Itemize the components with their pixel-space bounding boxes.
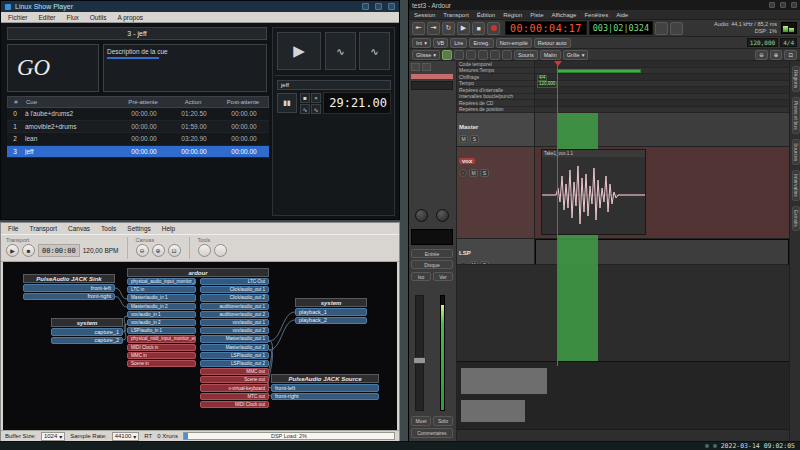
menu-tools[interactable]: Tools: [101, 225, 116, 232]
port-capture-1[interactable]: capture_1: [51, 328, 123, 336]
track-lane-vox[interactable]: Take1_vox.1.1: [535, 147, 789, 239]
goto-end-button[interactable]: ⇥: [427, 22, 440, 35]
maximize-button[interactable]: [780, 2, 786, 8]
port-front-left[interactable]: front-left: [271, 384, 379, 392]
transport-stop-button[interactable]: ■: [22, 244, 35, 257]
trim-knob[interactable]: [415, 209, 428, 222]
solo-button[interactable]: S: [480, 261, 489, 265]
cue-row[interactable]: 2 lean 00:00.00 03:20.90 00:00.00: [7, 133, 269, 146]
menu-edition[interactable]: Édition: [477, 12, 495, 18]
menu-editer[interactable]: Editer: [39, 14, 56, 21]
port-out-midi[interactable]: Scene out: [200, 376, 269, 383]
taskbar-clock[interactable]: 2022-03-14 09:02:05: [721, 442, 795, 450]
port-out[interactable]: Master/audio_out 1: [200, 335, 269, 342]
stop-button[interactable]: ■: [472, 22, 485, 35]
punch-out-button[interactable]: [670, 22, 683, 35]
go-button[interactable]: GO: [7, 44, 99, 92]
port-in[interactable]: LSP/audio_in 1: [127, 327, 196, 334]
tool-button-2[interactable]: [214, 244, 227, 257]
strip-next-button[interactable]: [422, 63, 431, 71]
port-in[interactable]: Master/audio_in 2: [127, 303, 196, 310]
zoom-in-button[interactable]: ⊕: [770, 50, 783, 60]
ruler-lanes[interactable]: 4/4 120,000: [535, 61, 789, 113]
strip-prev-button[interactable]: [411, 63, 420, 71]
taskbar[interactable]: 2022-03-14 09:02:05: [0, 441, 800, 450]
layer-mode-select[interactable]: Non-empilé: [496, 38, 532, 48]
port-out[interactable]: vox/audio_out 1: [200, 319, 269, 326]
fader-track[interactable]: [415, 295, 424, 411]
summary-panel[interactable]: [457, 361, 789, 429]
node-title[interactable]: system: [295, 298, 367, 307]
edit-mode-select[interactable]: Glisse▾: [412, 50, 440, 60]
port-out-midi[interactable]: MTC out: [200, 393, 269, 400]
mute-button[interactable]: M: [469, 261, 478, 265]
sample-rate-select[interactable]: 44100▾: [112, 432, 140, 441]
record-arm-button[interactable]: [459, 169, 467, 177]
smart-mode-button[interactable]: Malin: [540, 50, 561, 60]
solo-isolate-button[interactable]: Iso: [411, 272, 431, 281]
transport-play-button[interactable]: ▶: [6, 244, 19, 257]
pause-button[interactable]: ▮▮: [277, 93, 297, 113]
port-out[interactable]: LSP/audio_out 2: [200, 360, 269, 367]
tool-range[interactable]: [454, 50, 464, 60]
fader-handle[interactable]: [413, 357, 426, 364]
mute-button[interactable]: M: [459, 135, 468, 143]
menu-fichier[interactable]: Fichier: [8, 14, 28, 21]
port-in[interactable]: physical_audio_input_monitor_enable: [127, 278, 196, 285]
ardour-titlebar[interactable]: test3 - Ardour: [409, 0, 800, 10]
fade-in-button[interactable]: ∿: [325, 32, 356, 70]
tool-stretch[interactable]: [478, 50, 488, 60]
xruns-count[interactable]: 0 Xruns: [157, 433, 178, 439]
cue-row-selected[interactable]: 3 jeff 00:00.00 00:00.00 00:00.00: [7, 146, 269, 159]
port-in[interactable]: vox/audio_in 1: [127, 311, 196, 318]
vb-toggle[interactable]: VB: [433, 38, 448, 48]
meter-display[interactable]: 4/4: [780, 38, 797, 47]
port-out[interactable]: auditioner/audio_out 2: [200, 311, 269, 318]
cue-row[interactable]: 1 amovible2+drums 00:00.00 01:59.00 00:0…: [7, 121, 269, 134]
node-title[interactable]: system: [51, 318, 123, 327]
track-name[interactable]: vox: [459, 158, 475, 164]
track-header-vox[interactable]: vox M S: [457, 147, 535, 239]
cue-description-box[interactable]: Description de la cue: [103, 44, 267, 92]
port-front-left[interactable]: front-left: [23, 284, 115, 292]
play-button[interactable]: ▶: [277, 32, 321, 70]
menu-affichage[interactable]: Affichage: [552, 12, 577, 18]
zoom-fit-button[interactable]: ⊡: [784, 50, 797, 60]
range-selection-bar[interactable]: [557, 69, 641, 73]
patchbay-canvas[interactable]: PulseAudio JACK Sink front-left front-ri…: [3, 262, 397, 432]
solo-lock-button[interactable]: Ver: [433, 272, 453, 281]
strip-name-plate[interactable]: [411, 81, 453, 90]
interrupt-button[interactable]: ×: [311, 93, 321, 103]
close-button[interactable]: [791, 2, 797, 8]
fade-in-mini-button[interactable]: ∿: [300, 104, 310, 114]
port-out[interactable]: Click/audio_out 2: [200, 294, 269, 301]
stop-button[interactable]: ■: [300, 93, 310, 103]
menu-help[interactable]: Help: [162, 225, 175, 232]
track-header-master[interactable]: Master M S: [457, 113, 535, 147]
track-name[interactable]: Master: [459, 124, 478, 130]
port-out[interactable]: Master/audio_out 2: [200, 344, 269, 351]
menu-aide[interactable]: Aide: [616, 12, 628, 18]
record-arm-button[interactable]: [459, 261, 467, 265]
port-capture-2[interactable]: capture_2: [51, 337, 123, 345]
close-button[interactable]: [388, 3, 395, 10]
buffer-size-select[interactable]: 1024▾: [41, 432, 65, 441]
mute-button[interactable]: Muet: [411, 416, 431, 426]
monitor-input-button[interactable]: Entrée: [411, 249, 453, 258]
menu-a-propos[interactable]: A propos: [117, 14, 143, 21]
minimize-button[interactable]: [769, 2, 775, 8]
node-system-capture[interactable]: system capture_1 capture_2: [51, 318, 123, 344]
port-front-right[interactable]: front-right: [271, 393, 379, 401]
menu-session[interactable]: Session: [414, 12, 435, 18]
tab-clips[interactable]: Extraits: [792, 206, 800, 231]
monitor-disk-button[interactable]: Disque: [411, 260, 453, 269]
port-out[interactable]: vox/audio_out 2: [200, 327, 269, 334]
tool-draw[interactable]: [502, 50, 512, 60]
port-playback-1[interactable]: playback_1: [295, 308, 367, 316]
port-in[interactable]: LTC in: [127, 286, 196, 293]
record-option-toggle[interactable]: Enreg.: [469, 38, 493, 48]
zoom-out-button[interactable]: ⊖: [136, 244, 149, 257]
node-system-playback[interactable]: system playback_1 playback_2: [295, 298, 367, 324]
zoom-fit-button[interactable]: ⊡: [168, 244, 181, 257]
port-front-right[interactable]: front-right: [23, 293, 115, 301]
